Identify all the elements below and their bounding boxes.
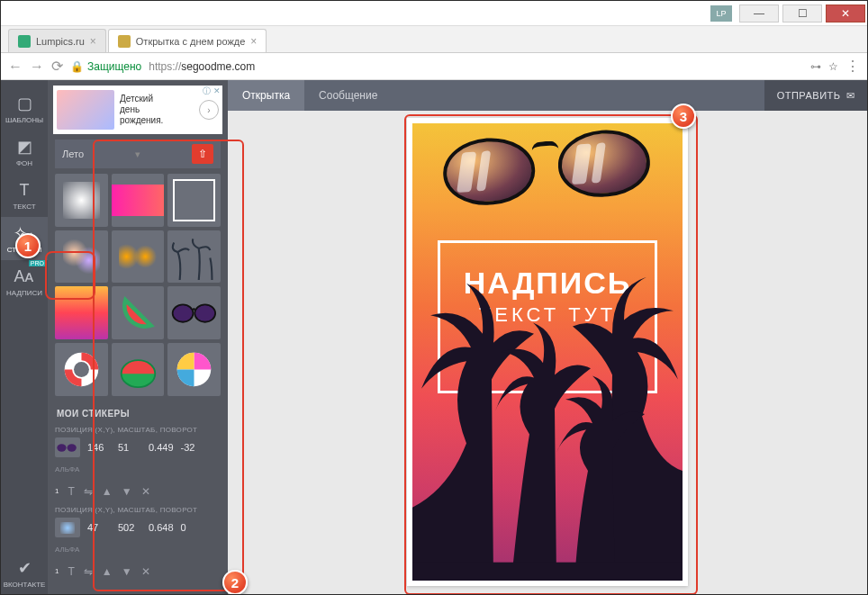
tab-message[interactable]: Сообщение: [304, 80, 392, 111]
sticker-palms[interactable]: [167, 230, 221, 284]
rail-label: ШАБЛОНЫ: [5, 116, 43, 124]
back-button[interactable]: ←: [8, 59, 23, 75]
alpha-label: АЛЬФА: [55, 465, 79, 473]
browser-tab-bar: Lumpics.ru × Открытка с днем рожде ×: [1, 26, 867, 53]
hint-marker-3: 3: [671, 104, 696, 129]
sticker-bokeh[interactable]: [55, 230, 108, 284]
pos-y-value[interactable]: 502: [118, 522, 141, 533]
delete-icon[interactable]: ✕: [141, 565, 150, 578]
svg-point-7: [57, 444, 66, 451]
browser-tab-lumpics[interactable]: Lumpics.ru ×: [8, 29, 106, 52]
url-text[interactable]: https://segoodme.com: [149, 60, 255, 73]
browser-tab-segoodme[interactable]: Открытка с днем рожде ×: [108, 29, 267, 52]
alpha-value[interactable]: 1: [55, 487, 59, 495]
pos-x-value[interactable]: 146: [87, 442, 111, 453]
rail-label: ВКОНТАКТЕ: [4, 581, 46, 589]
sticker-grid: [55, 174, 221, 396]
chevron-down-icon: ▾: [135, 149, 140, 160]
hint-marker-2: 2: [222, 570, 248, 595]
hint-marker-1: 1: [15, 233, 41, 258]
svg-point-8: [68, 444, 77, 451]
user-badge: LP: [710, 5, 732, 22]
sticker-flares[interactable]: [112, 230, 165, 284]
secure-indicator: 🔒 Защищено: [70, 60, 141, 73]
pos-x-value[interactable]: 47: [87, 522, 111, 533]
key-icon[interactable]: ⊶: [810, 60, 821, 73]
window-minimize-button[interactable]: —: [739, 5, 779, 23]
window-titlebar: LP — ☐ ✕: [1, 1, 867, 26]
browser-address-bar: ← → ⟳ 🔒 Защищено https://segoodme.com ⊶ …: [1, 53, 867, 80]
sticker-thumb: [55, 437, 80, 457]
pos-y-value[interactable]: 51: [118, 442, 141, 453]
favicon-icon: [18, 35, 31, 48]
rail-label: ТЕКСТ: [13, 203, 35, 211]
reload-button[interactable]: ⟳: [51, 58, 63, 75]
sticker-watermelon-slice[interactable]: [112, 286, 165, 339]
sticker-pink-grad[interactable]: [112, 174, 165, 227]
layer-up-icon[interactable]: ▲: [102, 485, 113, 498]
category-label: Лето: [62, 149, 84, 159]
svg-rect-9: [412, 563, 683, 581]
scale-value[interactable]: 0.449: [149, 442, 174, 453]
postcard-canvas[interactable]: НАДПИСЬ ТЕКСТ ТУТ: [407, 118, 688, 586]
sticker-item-row[interactable]: 47 502 0.648 0: [55, 516, 221, 539]
sticker-category-select[interactable]: Лето ▾ ⇧: [55, 140, 221, 168]
sunglasses-sticker[interactable]: [440, 123, 652, 213]
bookmark-star-icon[interactable]: ☆: [828, 60, 838, 73]
rotation-value[interactable]: 0: [181, 522, 204, 533]
upload-button[interactable]: ⇧: [192, 144, 213, 164]
alpha-value[interactable]: 1: [55, 567, 59, 575]
scale-value[interactable]: 0.648: [149, 522, 174, 533]
svg-point-0: [173, 305, 194, 322]
tab-postcard[interactable]: Открытка: [228, 80, 304, 111]
flip-icon[interactable]: ⇋: [84, 485, 93, 498]
captions-icon: Aᴀ: [14, 266, 34, 286]
text-tool-icon[interactable]: T: [68, 565, 74, 578]
window-maximize-button[interactable]: ☐: [782, 5, 822, 23]
ad-arrow-icon[interactable]: ›: [199, 100, 219, 120]
sticker-blur-light[interactable]: [55, 174, 108, 227]
background-icon: ◩: [17, 137, 32, 157]
layer-down-icon[interactable]: ▼: [122, 565, 132, 578]
browser-menu-icon[interactable]: ⋮: [845, 58, 860, 75]
envelope-icon: ✉: [846, 90, 855, 102]
tab-close-icon[interactable]: ×: [90, 35, 96, 48]
layer-up-icon[interactable]: ▲: [102, 565, 113, 578]
poster-background: НАДПИСЬ ТЕКСТ ТУТ: [412, 123, 683, 581]
window-close-button[interactable]: ✕: [826, 5, 865, 23]
rail-text[interactable]: T ТЕКСТ: [1, 174, 48, 217]
ad-image: [57, 90, 114, 130]
ad-text: Детскийденьрождения.: [120, 94, 163, 126]
canvas-area: НАДПИСЬ ТЕКСТ ТУТ: [228, 111, 867, 595]
secure-label: Защищено: [87, 60, 141, 73]
sticker-item-row[interactable]: 146 51 0.449 -32: [55, 436, 221, 459]
rail-label: НАДПИСИ: [6, 289, 42, 297]
tab-close-icon[interactable]: ×: [250, 35, 257, 48]
sticker-frame-white[interactable]: [167, 174, 221, 227]
ad-close-icon[interactable]: ⓘ ✕: [203, 86, 221, 97]
pro-badge: PRO: [29, 260, 46, 266]
sticker-lifebuoy[interactable]: [55, 343, 108, 396]
sticker-thumb: [55, 518, 80, 537]
ad-banner[interactable]: Детскийденьрождения. › ⓘ ✕: [53, 86, 222, 134]
rotation-value[interactable]: -32: [181, 442, 204, 453]
tab-title: Открытка с днем рожде: [136, 36, 246, 47]
lock-icon: 🔒: [70, 60, 84, 73]
templates-icon: ▢: [17, 94, 32, 113]
flip-icon[interactable]: ⇋: [84, 565, 93, 578]
sticker-watermelon-full[interactable]: [112, 343, 165, 396]
sticker-sunglasses[interactable]: [167, 286, 221, 339]
text-tool-icon[interactable]: T: [68, 485, 74, 498]
layer-down-icon[interactable]: ▼: [122, 485, 132, 498]
send-button[interactable]: ОТПРАВИТЬ ✉: [764, 80, 867, 111]
sticker-beach-ball[interactable]: [167, 343, 221, 396]
rail-background[interactable]: ◩ ФОН: [1, 131, 48, 174]
main-area: Открытка Сообщение ОТПРАВИТЬ ✉ НАДПИСЬ Т…: [228, 80, 867, 595]
rail-vk[interactable]: ✔ ВКОНТАКТЕ: [1, 552, 48, 595]
props-header-label: ПОЗИЦИЯ (X,Y), МАСШТАБ, ПОВОРОТ: [55, 506, 221, 514]
rail-templates[interactable]: ▢ ШАБЛОНЫ: [1, 87, 48, 131]
sticker-orange-grad[interactable]: [55, 286, 108, 339]
rail-captions[interactable]: PRO Aᴀ НАДПИСИ: [1, 260, 48, 303]
delete-icon[interactable]: ✕: [141, 485, 150, 498]
forward-button[interactable]: →: [30, 59, 44, 75]
